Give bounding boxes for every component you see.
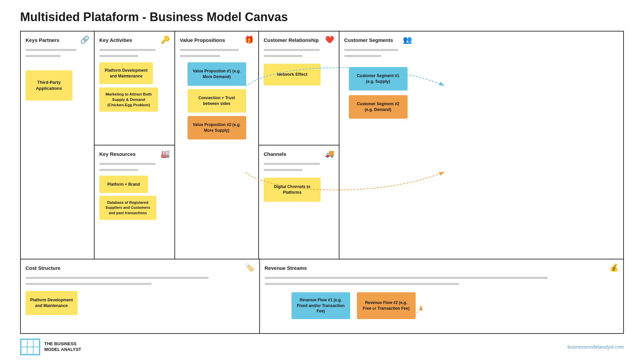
vp-sticky-2: Connection + Trust between sides	[187, 89, 246, 113]
value-propositions-cell: Value Propositions 🎁 Value Propostion #1…	[175, 32, 259, 259]
logo-cell-2	[28, 340, 33, 347]
cs-sticky-2: Customer Segment #2 (e.g. Demand)	[349, 95, 408, 119]
cr-gray-1	[264, 49, 320, 51]
logo-line2: MODEL ANALYST	[44, 347, 81, 353]
channels-cell: Channels 🚚 Digital Channels to Platforms	[259, 145, 339, 259]
logo-text: THE BUSINESS MODEL ANALYST	[44, 341, 81, 353]
revenue-streams-cell: Revenue Streams 💰 Revenue Flow #1 (e.g. …	[260, 259, 623, 333]
gray-line-2	[25, 55, 61, 57]
vp-sticky-3: Value Propostion #2 (e.g. More Supply)	[187, 116, 246, 139]
vp-sticky-1: Value Propostion #1 (e.g. More Demand)	[187, 62, 246, 86]
activities-resources-split: Key Activities 🔑 Platform Development an…	[95, 32, 175, 259]
cost-gray-2	[25, 283, 152, 285]
logo-line1: THE BUSINESS	[44, 341, 81, 347]
vp-gray-2	[180, 55, 220, 57]
ka-sticky-1: Platform Development and Maintenance	[99, 62, 153, 84]
ch-gray-2	[264, 169, 303, 171]
rev-gray-2	[265, 283, 459, 285]
channels-icon: 🚚	[325, 149, 334, 158]
logo-cell-3	[34, 340, 39, 347]
cs-sticky-1: Customer Segment #1 (e.g. Supply)	[349, 67, 408, 90]
canvas-top-row: Keys Partners 🔗 Third-Party Applications…	[21, 32, 623, 259]
rev-sticky-1: Revenue Flow #1 (e.g. Fixed and/or Trans…	[291, 292, 350, 319]
revenue-icon: 💰	[609, 263, 619, 272]
rev-gray-1	[265, 277, 548, 279]
logo-cell-1	[21, 340, 27, 347]
kr-gray-1	[99, 163, 156, 165]
rel-channels-split: Customer Relationship ❤️ Network Effect …	[259, 32, 339, 259]
key-resources-icon: 🏭	[161, 149, 170, 158]
cost-icon: 🏷️	[246, 263, 255, 272]
revenue-title: Revenue Streams	[265, 265, 307, 271]
cr-gray-2	[264, 55, 303, 57]
ka-gray-2	[99, 55, 138, 57]
website-url: businessmodelanalyst.com	[568, 344, 624, 350]
key-resources-title: Key Resources	[99, 151, 136, 157]
logo-cell-6	[34, 347, 39, 354]
cost-title: Cost Structure	[25, 265, 60, 271]
kr-sticky-1: Platform + Brand	[99, 176, 148, 193]
customer-seg-icon: 👥	[403, 36, 412, 44]
logo-cell-5	[28, 347, 33, 354]
rev-sticky-2: Revenue Flow #2 (e.g. Free or Transactio…	[357, 292, 416, 319]
gray-line-1	[25, 49, 76, 51]
logo-icon	[20, 339, 40, 355]
keys-partners-icon: 🔗	[80, 36, 89, 44]
cr-sticky: Network Effect	[264, 64, 321, 85]
channels-title: Channels	[264, 151, 286, 157]
customer-rel-title: Customer Relationship	[264, 37, 319, 43]
logo-area: THE BUSINESS MODEL ANALYST	[20, 339, 81, 355]
vp-gray-1	[180, 49, 239, 51]
ka-sticky-2: Marketing to Attract Both Supply & Deman…	[99, 87, 158, 112]
value-props-title: Value Propositions	[180, 37, 225, 43]
kr-gray-2	[99, 169, 138, 171]
kr-sticky-2: Database of Registered Suppliers and Cus…	[99, 196, 156, 220]
cs-gray-1	[344, 49, 398, 51]
ch-gray-1	[264, 163, 320, 165]
canvas-bottom-row: Cost Structure 🏷️ Platform Development a…	[21, 259, 623, 333]
footer: THE BUSINESS MODEL ANALYST businessmodel…	[20, 339, 624, 355]
keys-partners-sticky: Third-Party Applications	[25, 70, 72, 101]
business-model-canvas: Keys Partners 🔗 Third-Party Applications…	[20, 31, 624, 334]
cost-sticky: Platform Development and Maintenance	[25, 291, 77, 315]
key-resources-cell: Key Resources 🏭 Platform + Brand Databas…	[95, 145, 174, 259]
ch-sticky: Digital Channels to Platforms	[264, 178, 321, 202]
cost-structure-cell: Cost Structure 🏷️ Platform Development a…	[21, 259, 260, 333]
page-title: Multisided Plataform - Business Model Ca…	[20, 10, 624, 24]
key-activities-title: Key Activities	[99, 37, 132, 43]
logo-cell-4	[21, 347, 27, 354]
customer-rel-icon: ❤️	[325, 36, 334, 44]
key-activities-cell: Key Activities 🔑 Platform Development an…	[95, 32, 174, 145]
customer-seg-title: Customer Segments	[344, 37, 393, 43]
keys-partners-cell: Keys Partners 🔗 Third-Party Applications	[21, 32, 95, 259]
keys-partners-title: Keys Partners	[25, 37, 59, 43]
customer-relationship-cell: Customer Relationship ❤️ Network Effect	[259, 32, 339, 145]
value-props-icon: 🎁	[245, 36, 254, 44]
cs-gray-2	[344, 55, 381, 57]
key-activities-icon: 🔑	[161, 36, 170, 44]
cost-gray-1	[25, 277, 209, 279]
customer-segments-cell: Customer Segments 👥 Customer Segment #1 …	[339, 32, 417, 259]
ka-gray-1	[99, 49, 156, 51]
